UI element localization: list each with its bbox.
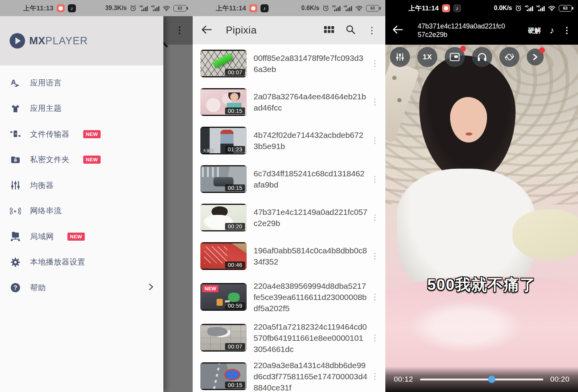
seek-track[interactable] — [420, 379, 543, 380]
decoder-toggle[interactable]: 硬解 — [528, 26, 541, 35]
help-icon: ? — [10, 282, 21, 293]
video-title: 4b742f02de714432acbdeb6723b5e91b — [254, 129, 368, 152]
drawer-item-equalizer[interactable]: 均衡器 — [0, 173, 163, 198]
panel-drawer-screen: ⋮ 上午11:13 ♪ 39.3K/s HD HD 63 MXPLAYER — [0, 0, 193, 392]
alarm-icon — [515, 5, 522, 12]
drawer-item-app-theme[interactable]: 应用主题 — [0, 96, 163, 122]
drawer-item-lan[interactable]: 局域网 NEW — [0, 224, 163, 250]
playing-video-title: 47b371e4c12149a0ad221fc057c2e29b — [418, 22, 506, 39]
drawer-item-label: 应用主题 — [30, 103, 62, 114]
drawer-item-help[interactable]: ? 帮助 — [0, 275, 163, 301]
lan-icon — [10, 231, 21, 242]
video-thumbnail[interactable]: 00:07 — [200, 50, 247, 77]
overflow-menu-icon[interactable]: ⋮ — [563, 25, 571, 35]
video-list-item[interactable]: 大家好01:23 4b742f02de714432acbdeb6723b5e91… — [193, 121, 385, 160]
drawer-item-label: 网络串流 — [30, 206, 62, 216]
video-thumbnail[interactable]: 00:15 — [200, 362, 247, 390]
video-list-item[interactable]: 00:15 2a078a32764a4ee48464eb21bad46fcc ⋮ — [193, 83, 385, 121]
player-toolbar: 47b371e4c12149a0ad221fc057c2e29b 硬解 ♪ ⋮ — [385, 16, 578, 45]
video-list-item[interactable]: 00:07 220a5f1a72182324c119464cd0570fb641… — [193, 318, 385, 357]
network-speed-text: 0.6K/s — [301, 5, 319, 12]
stitched-screenshots: ⋮ 上午11:13 ♪ 39.3K/s HD HD 63 MXPLAYER — [0, 0, 578, 392]
expand-chevron-icon[interactable] — [527, 49, 544, 65]
drawer-item-app-language[interactable]: A 应用语言 — [0, 70, 163, 96]
drawer-item-local-player-settings[interactable]: 本地播放器设置 — [0, 250, 163, 275]
video-title: 00ff85e2a831478f9fe7fc093d36a3eb — [254, 52, 368, 75]
video-thumbnail[interactable]: NEW00:59 — [200, 283, 247, 311]
status-bar: 上午11:14 ♪ 0.6K/s HD HD 63 — [193, 0, 385, 16]
video-thumbnail[interactable]: 00:20 — [200, 204, 247, 231]
back-icon[interactable] — [392, 25, 403, 36]
video-thumbnail[interactable]: 00:15 — [200, 88, 247, 116]
duration-badge: 00:20 — [225, 223, 245, 230]
battery-icon: 63 — [559, 5, 572, 12]
drawer-item-label: 应用语言 — [30, 78, 62, 88]
theme-icon — [10, 103, 21, 114]
notification-dot — [539, 47, 545, 53]
video-list-item[interactable]: 00:07 00ff85e2a831478f9fe7fc093d36a3eb ⋮ — [193, 44, 385, 83]
search-icon[interactable] — [346, 25, 355, 36]
video-surface[interactable]: 1X 500我就不痛了 00:12 00:20 — [385, 45, 578, 392]
private-folder-icon — [10, 154, 21, 165]
video-thumbnail[interactable]: 00:46 — [200, 242, 247, 270]
video-title: 196af0abb5814c0ca4b8dbb0c834f352 — [254, 245, 368, 267]
rotate-screen-icon[interactable] — [499, 47, 519, 67]
svg-text:HD: HD — [536, 5, 540, 8]
drawer-item-label: 均衡器 — [30, 180, 54, 191]
item-menu-icon[interactable]: ⋮ — [370, 292, 380, 302]
drawer-item-label: 本地播放器设置 — [30, 257, 86, 267]
chevron-right-icon — [149, 283, 153, 292]
item-menu-icon[interactable]: ⋮ — [370, 372, 380, 381]
overflow-menu-icon[interactable]: ⋮ — [367, 25, 377, 36]
alarm-icon — [323, 5, 329, 12]
svg-text:HD: HD — [525, 5, 529, 8]
music-note-icon[interactable]: ♪ — [549, 25, 554, 36]
new-badge: NEW — [83, 156, 101, 164]
item-menu-icon[interactable]: ⋮ — [370, 333, 380, 342]
current-time: 00:12 — [394, 375, 413, 384]
item-menu-icon[interactable]: ⋮ — [370, 97, 380, 107]
navigation-drawer: MXPLAYER A 应用语言 应用主题 文件传输器 NEW — [0, 16, 163, 392]
item-menu-icon[interactable]: ⋮ — [370, 174, 380, 184]
seek-bar-container: 00:12 00:20 — [385, 367, 578, 392]
network-stream-icon — [10, 206, 21, 216]
file-transfer-icon — [10, 129, 21, 139]
item-menu-icon[interactable]: ⋮ — [370, 136, 380, 145]
item-menu-icon[interactable]: ⋮ — [370, 251, 380, 261]
headphones-icon[interactable] — [472, 47, 492, 67]
duration-badge: 00:46 — [225, 261, 245, 268]
video-thumbnail[interactable]: 大家好01:23 — [200, 127, 247, 154]
video-title: 220a4e8389569994d8dba5217fe5ce39ea611661… — [254, 280, 368, 314]
video-thumbnail[interactable]: 00:07 — [200, 324, 247, 352]
drawer-item-label: 私密文件夹 — [30, 154, 70, 165]
drawer-item-label: 文件传输器 — [30, 129, 70, 139]
item-menu-icon[interactable]: ⋮ — [370, 213, 380, 222]
video-list-item[interactable]: 00:20 47b371e4c12149a0ad221fc057c2e29b ⋮ — [193, 198, 385, 237]
brand-player: PLAYER — [45, 35, 88, 47]
video-thumbnail[interactable]: 00:15 — [200, 165, 247, 193]
video-list: 00:07 00ff85e2a831478f9fe7fc093d36a3eb ⋮… — [193, 44, 385, 392]
alarm-icon — [130, 5, 136, 12]
seek-thumb[interactable] — [488, 376, 495, 383]
wifi-icon — [355, 5, 363, 11]
video-list-item[interactable]: 00:15 220a9a3e8a1431c48dbb6de99d6cd3f775… — [193, 357, 385, 392]
equalizer-icon[interactable] — [390, 47, 410, 67]
video-list-item[interactable]: NEW00:59 220a4e8389569994d8dba5217fe5ce3… — [193, 275, 385, 318]
playback-speed-button[interactable]: 1X — [417, 47, 437, 67]
tiktok-icon: ♪ — [68, 4, 76, 12]
drawer-item-file-transfer[interactable]: 文件传输器 NEW — [0, 121, 163, 147]
video-list-item[interactable]: 00:15 6c7d34ff185241c68cd1318462afa9bd ⋮ — [193, 160, 385, 198]
video-list-item[interactable]: 00:46 196af0abb5814c0ca4b8dbb0c834f352 ⋮ — [193, 237, 385, 275]
drawer-item-private-folder[interactable]: 私密文件夹 NEW — [0, 147, 163, 173]
panel-video-player: 上午11:14 ♪ 0.0K/s HD HD 63 47b371e4c12149… — [385, 0, 578, 392]
pip-icon[interactable] — [445, 47, 465, 67]
wifi-icon — [163, 5, 170, 11]
video-title: 2a078a32764a4ee48464eb21bad46fcc — [254, 91, 368, 113]
clock-text: 上午11:14 — [216, 4, 246, 13]
grid-view-icon[interactable] — [324, 26, 334, 35]
notification-dot — [460, 46, 466, 52]
drawer-item-network-stream[interactable]: 网络串流 — [0, 198, 163, 224]
signal-hd-icon: HD — [525, 5, 533, 12]
item-menu-icon[interactable]: ⋮ — [370, 59, 380, 68]
back-icon[interactable] — [201, 25, 212, 36]
